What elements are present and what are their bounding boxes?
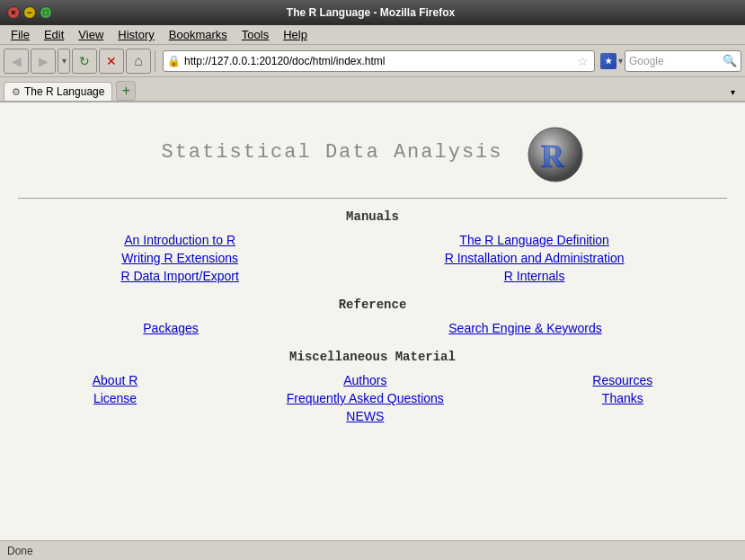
- reference-heading: Reference: [18, 298, 727, 312]
- misc-col1: About R License: [93, 373, 138, 423]
- page-header: Statistical Data Analysis R: [161, 120, 583, 183]
- svg-text:R: R: [541, 138, 565, 174]
- link-thanks[interactable]: Thanks: [602, 391, 643, 405]
- forward-dropdown[interactable]: ▾: [58, 49, 70, 74]
- search-area: ★ ▾: [600, 53, 623, 69]
- menu-tools[interactable]: Tools: [235, 26, 276, 43]
- misc-links: About R License Authors Frequently Asked…: [18, 373, 727, 423]
- search-dropdown-icon[interactable]: ▾: [618, 56, 623, 66]
- r-logo: R: [521, 120, 584, 183]
- misc-col3: Resources Thanks: [592, 373, 652, 423]
- manuals-heading: Manuals: [18, 209, 727, 224]
- menu-history[interactable]: History: [111, 26, 161, 43]
- address-icon: 🔒: [167, 55, 181, 67]
- page-title: Statistical Data Analysis: [161, 141, 502, 164]
- link-data-import-export[interactable]: R Data Import/Export: [120, 269, 239, 283]
- menu-file[interactable]: File: [4, 26, 37, 43]
- link-r-internals[interactable]: R Internals: [504, 269, 565, 283]
- manuals-links: An Introduction to R Writing R Extension…: [18, 233, 727, 283]
- reference-section: Reference Packages Search Engine & Keywo…: [18, 298, 727, 342]
- stop-button[interactable]: ✕: [99, 49, 124, 74]
- search-input-text: Google: [629, 55, 723, 67]
- add-tab-button[interactable]: +: [116, 81, 136, 101]
- back-button[interactable]: ◀: [4, 49, 29, 74]
- manuals-section: Manuals An Introduction to R Writing R E…: [18, 209, 727, 290]
- manuals-left-col: An Introduction to R Writing R Extension…: [120, 233, 239, 283]
- header-divider: [18, 198, 727, 199]
- titlebar: × − □ The R Language - Mozilla Firefox: [0, 0, 745, 25]
- menu-help[interactable]: Help: [276, 26, 315, 43]
- tabbar: ⚙ The R Language + ▾: [0, 77, 745, 102]
- link-search-engine[interactable]: Search Engine & Keywords: [448, 321, 601, 335]
- link-writing-extensions[interactable]: Writing R Extensions: [121, 251, 238, 265]
- menubar: File Edit View History Bookmarks Tools H…: [0, 25, 745, 45]
- browser-content: Statistical Data Analysis R Manuals: [0, 102, 745, 540]
- bookmark-star-icon[interactable]: ☆: [575, 54, 590, 68]
- search-bar[interactable]: Google 🔍: [625, 50, 741, 72]
- misc-col2: Authors Frequently Asked Questions NEWS: [287, 373, 444, 423]
- statusbar: Done: [0, 540, 745, 560]
- link-installation-admin[interactable]: R Installation and Administration: [445, 251, 625, 265]
- link-license[interactable]: License: [93, 391, 137, 405]
- tab-label: The R Language: [24, 85, 104, 98]
- link-packages[interactable]: Packages: [143, 321, 198, 335]
- toolbar: ◀ ▶ ▾ ↻ ✕ ⌂ 🔒 http://127.0.0.1:20120/doc…: [0, 45, 745, 77]
- address-bar[interactable]: 🔒 http://127.0.0.1:20120/doc/html/index.…: [163, 50, 595, 72]
- menu-view[interactable]: View: [71, 26, 111, 43]
- reference-left-col: Packages: [143, 321, 198, 335]
- status-text: Done: [7, 545, 33, 557]
- reload-button[interactable]: ↻: [72, 49, 97, 74]
- link-faq[interactable]: Frequently Asked Questions: [287, 391, 444, 405]
- tab-r-language[interactable]: ⚙ The R Language: [4, 82, 112, 101]
- search-engine-icon[interactable]: ★: [600, 53, 616, 69]
- manuals-right-col: The R Language Definition R Installation…: [445, 233, 625, 283]
- menu-bookmarks[interactable]: Bookmarks: [162, 26, 235, 43]
- misc-section: Miscellaneous Material About R License A…: [18, 350, 727, 431]
- window-title: The R Language - Mozilla Firefox: [4, 6, 738, 19]
- link-r-language-definition[interactable]: The R Language Definition: [459, 233, 609, 247]
- home-button[interactable]: ⌂: [126, 49, 151, 74]
- tab-favicon-icon: ⚙: [12, 86, 21, 98]
- link-about-r[interactable]: About R: [93, 373, 138, 387]
- menu-edit[interactable]: Edit: [37, 26, 71, 43]
- address-text: http://127.0.0.1:20120/doc/html/index.ht…: [184, 55, 575, 67]
- link-resources[interactable]: Resources: [592, 373, 652, 387]
- link-intro-r[interactable]: An Introduction to R: [124, 233, 235, 247]
- reference-right-col: Search Engine & Keywords: [448, 321, 601, 335]
- link-authors[interactable]: Authors: [343, 373, 386, 387]
- reference-links: Packages Search Engine & Keywords: [18, 321, 727, 335]
- tab-menu-button[interactable]: ▾: [723, 83, 741, 101]
- link-news[interactable]: NEWS: [346, 409, 384, 423]
- misc-heading: Miscellaneous Material: [18, 350, 727, 364]
- forward-button[interactable]: ▶: [31, 49, 56, 74]
- search-go-icon[interactable]: 🔍: [723, 54, 737, 67]
- toolbar-separator: [155, 50, 155, 72]
